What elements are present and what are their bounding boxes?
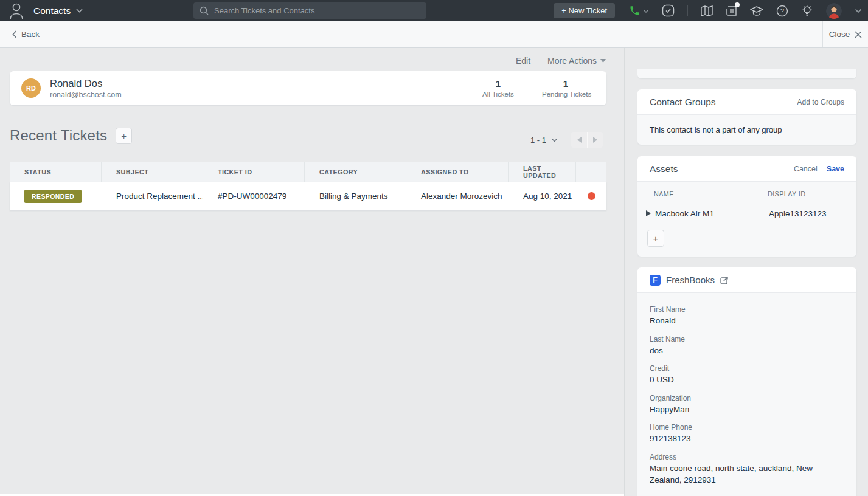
ideas-button[interactable] xyxy=(801,4,813,17)
recent-tickets-title: Recent Tickets xyxy=(10,127,107,144)
ticket-assigned-to: Alexander Morozevich xyxy=(406,191,509,201)
module-switcher[interactable]: Contacts xyxy=(33,0,83,21)
stat-divider xyxy=(532,77,532,99)
lightbulb-icon xyxy=(801,4,813,17)
pending-tickets-stat[interactable]: 1 Pending Tickets xyxy=(542,78,589,98)
horizontal-scrollbar[interactable] xyxy=(0,494,624,496)
question-circle-icon: ? xyxy=(776,5,788,17)
column-header-priority xyxy=(576,162,606,182)
freshbooks-fields: First Name Ronald Last Name dos Credit 0… xyxy=(637,293,856,496)
profile-chevron-icon[interactable] xyxy=(855,9,862,13)
global-search[interactable] xyxy=(193,2,426,19)
contact-groups-widget: Contact Groups Add to Groups This contac… xyxy=(637,89,856,145)
news-button[interactable] xyxy=(726,5,737,16)
todo-button[interactable] xyxy=(662,4,675,17)
contact-groups-title: Contact Groups xyxy=(650,97,716,108)
page-toolbar: Back Close xyxy=(0,21,868,48)
top-nav: Contacts + New Ticket ? xyxy=(0,0,868,21)
close-button[interactable]: Close xyxy=(822,21,868,47)
nav-divider xyxy=(687,5,688,16)
new-ticket-button[interactable]: + New Ticket xyxy=(554,3,615,18)
back-button[interactable]: Back xyxy=(12,21,40,47)
chevron-down-icon xyxy=(643,9,649,13)
nav-actions: + New Ticket ? xyxy=(554,0,862,21)
add-ticket-button[interactable]: + xyxy=(116,128,132,144)
page-range-dropdown[interactable]: 1 - 1 xyxy=(530,136,558,145)
field-value-last-name: dos xyxy=(650,345,839,357)
arrow-right-icon xyxy=(593,137,597,143)
field-label-last-name: Last Name xyxy=(650,335,839,343)
chevron-down-icon xyxy=(76,9,83,13)
user-avatar[interactable] xyxy=(826,3,842,19)
prev-page-button[interactable] xyxy=(571,132,587,148)
notification-dot xyxy=(735,2,740,7)
field-value-organization: HappyMan xyxy=(650,404,839,416)
column-header-ticket-id: TICKET ID xyxy=(203,162,305,182)
help-button[interactable]: ? xyxy=(776,5,788,17)
tickets-pagination: 1 - 1 xyxy=(530,132,603,148)
ticket-id: #PD-UW00002479 xyxy=(203,191,305,201)
chevron-down-icon xyxy=(551,138,558,142)
expand-caret-icon[interactable] xyxy=(646,208,655,219)
assets-column-display-id: DISPLAY ID xyxy=(768,190,805,198)
contact-identity: Ronald Dos ronald@bschost.com xyxy=(50,77,122,100)
close-label: Close xyxy=(829,30,850,39)
field-label-organization: Organization xyxy=(650,394,839,402)
check-square-icon xyxy=(662,4,675,17)
truncated-widget-bottom xyxy=(637,69,856,78)
assets-title: Assets xyxy=(650,164,678,174)
column-header-last-updated: LAST UPDATED xyxy=(509,162,576,182)
more-actions-button[interactable]: More Actions xyxy=(547,56,606,66)
table-row[interactable]: RESPONDED Product Replacement ... #PD-UW… xyxy=(10,182,606,210)
ticket-subject: Product Replacement ... xyxy=(102,191,203,201)
field-label-home-phone: Home Phone xyxy=(650,423,839,432)
column-header-category: CATEGORY xyxy=(305,162,406,182)
close-icon xyxy=(855,31,862,38)
page-range-label: 1 - 1 xyxy=(530,136,546,145)
module-title: Contacts xyxy=(33,5,71,16)
caret-down-icon xyxy=(600,59,606,63)
assets-save-button[interactable]: Save xyxy=(827,165,844,173)
asset-row[interactable]: Macbook Air M1 Apple13123123 xyxy=(637,208,856,219)
column-header-status: STATUS xyxy=(10,162,102,182)
ticket-stats: 1 All Tickets 1 Pending Tickets xyxy=(474,77,589,99)
external-link-icon[interactable] xyxy=(720,276,729,284)
whats-new-button[interactable] xyxy=(701,5,713,16)
next-page-button[interactable] xyxy=(587,132,603,148)
contact-summary-card: RD Ronald Dos ronald@bschost.com 1 All T… xyxy=(10,71,606,105)
edit-button[interactable]: Edit xyxy=(516,56,530,66)
phone-button[interactable] xyxy=(629,5,649,16)
freshbooks-logo-icon: F xyxy=(650,275,661,286)
assets-cancel-button[interactable]: Cancel xyxy=(794,165,818,173)
ticket-last-updated: Aug 10, 2021 xyxy=(509,191,576,201)
ticket-category: Billing & Payments xyxy=(305,191,406,201)
map-icon xyxy=(701,5,713,16)
search-icon xyxy=(200,6,209,15)
assets-widget: Assets Cancel Save NAME DISPLAY ID Macbo… xyxy=(637,156,856,257)
add-to-groups-button[interactable]: Add to Groups xyxy=(797,98,844,106)
field-value-home-phone: 912138123 xyxy=(650,433,839,445)
all-tickets-stat[interactable]: 1 All Tickets xyxy=(474,78,522,98)
field-label-address: Address xyxy=(650,453,839,461)
pending-tickets-label: Pending Tickets xyxy=(542,91,589,98)
asset-name: Macbook Air M1 xyxy=(655,209,769,218)
contact-name: Ronald Dos xyxy=(50,77,122,90)
contact-silhouette-icon xyxy=(8,2,25,22)
search-input[interactable] xyxy=(214,6,415,15)
more-actions-label: More Actions xyxy=(547,56,597,66)
academy-button[interactable] xyxy=(750,5,763,16)
field-label-credit: Credit xyxy=(650,364,839,373)
table-header: STATUS SUBJECT TICKET ID CATEGORY ASSIGN… xyxy=(10,162,606,182)
assets-column-headers: NAME DISPLAY ID xyxy=(637,190,856,198)
field-value-first-name: Ronald xyxy=(650,315,839,327)
all-tickets-label: All Tickets xyxy=(474,91,522,98)
recent-tickets-header: Recent Tickets + xyxy=(10,127,132,144)
contact-actions: Edit More Actions xyxy=(516,56,606,66)
field-label-first-name: First Name xyxy=(650,305,839,314)
graduation-cap-icon xyxy=(750,5,763,16)
field-value-credit: 0 USD xyxy=(650,374,839,386)
chevron-left-icon xyxy=(12,30,17,38)
priority-dot xyxy=(588,192,595,200)
add-asset-button[interactable]: + xyxy=(647,230,664,247)
assets-column-name: NAME xyxy=(654,190,768,198)
